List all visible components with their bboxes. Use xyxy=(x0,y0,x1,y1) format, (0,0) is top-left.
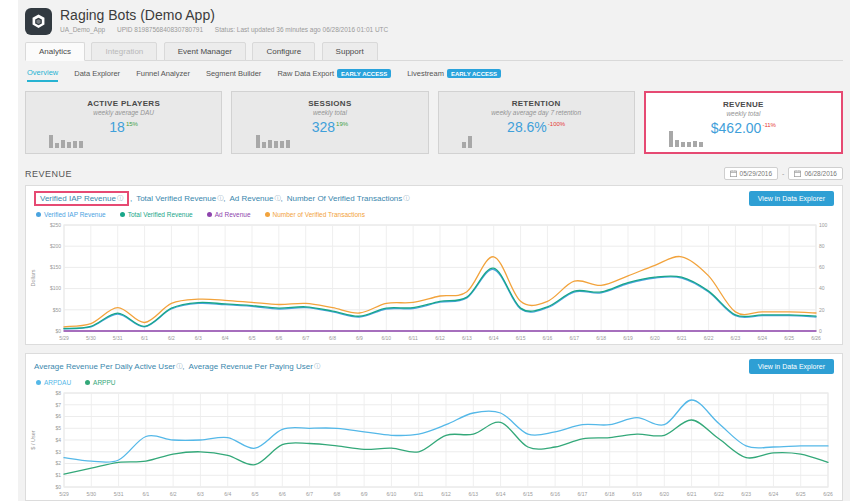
subnav-data-explorer[interactable]: Data Explorer xyxy=(74,69,120,81)
subnav-raw-data-export-label: Raw Data Export xyxy=(277,69,334,78)
svg-text:6/6: 6/6 xyxy=(275,335,282,341)
info-icon[interactable]: ⓘ xyxy=(314,362,320,371)
legend-arpdau[interactable]: ARPDAU xyxy=(36,379,71,386)
view-in-data-explorer-button[interactable]: View in Data Explorer xyxy=(749,191,834,206)
app-key: UA_Demo_App xyxy=(60,26,105,33)
arpu-line-chart: $0$1$2$3$4$5$6$7$85/295/305/316/16/26/36… xyxy=(26,388,842,500)
panel-title: Average Revenue Per Daily Active Userⓘ ,… xyxy=(34,362,320,371)
svg-text:6/20: 6/20 xyxy=(650,335,660,341)
card-revenue-selected[interactable]: REVENUE weekly total $462.00-11% xyxy=(644,91,843,154)
svg-text:6/7: 6/7 xyxy=(302,335,309,341)
svg-text:$1: $1 xyxy=(55,472,61,478)
svg-text:6/26: 6/26 xyxy=(811,335,821,341)
chart-legend: Verified IAP Revenue Total Verified Reve… xyxy=(26,210,842,220)
svg-text:$0: $0 xyxy=(55,328,61,334)
legend-label: Ad Revenue xyxy=(215,211,251,218)
svg-text:6/22: 6/22 xyxy=(714,491,724,497)
card-sparkbars xyxy=(256,135,290,148)
svg-text:6/4: 6/4 xyxy=(222,335,229,341)
card-value-number: 28.6% xyxy=(507,119,547,135)
svg-text:6/16: 6/16 xyxy=(550,491,560,497)
svg-text:6/17: 6/17 xyxy=(578,491,588,497)
svg-text:6/2: 6/2 xyxy=(170,491,177,497)
metric-link-arpdau[interactable]: Average Revenue Per Daily Active User xyxy=(34,362,175,371)
info-icon[interactable]: ⓘ xyxy=(403,194,409,203)
metric-link-verified-iap-revenue-selected[interactable]: Verified IAP Revenueⓘ xyxy=(34,191,129,206)
legend-label: Number of Verified Transactions xyxy=(273,211,366,218)
view-in-data-explorer-button[interactable]: View in Data Explorer xyxy=(749,359,834,374)
svg-text:6/22: 6/22 xyxy=(704,335,714,341)
date-range: 05/29/2016 - 06/28/2016 xyxy=(724,167,843,180)
svg-text:6/15: 6/15 xyxy=(516,335,526,341)
tab-analytics[interactable]: Analytics xyxy=(25,42,85,61)
svg-text:6/23: 6/23 xyxy=(741,491,751,497)
card-active-players[interactable]: ACTIVE PLAYERS weekly average DAU 1815% xyxy=(25,91,222,154)
card-subtitle: weekly average DAU xyxy=(26,109,221,116)
kpi-cards: ACTIVE PLAYERS weekly average DAU 1815% … xyxy=(25,91,843,154)
svg-text:20: 20 xyxy=(819,307,825,313)
legend-verified-transactions[interactable]: Number of Verified Transactions xyxy=(265,211,366,218)
metric-link-verified-transactions[interactable]: Number Of Verified Transactions xyxy=(287,194,403,203)
svg-text:6/6: 6/6 xyxy=(279,491,286,497)
svg-text:6/1: 6/1 xyxy=(141,335,148,341)
svg-text:6/25: 6/25 xyxy=(784,335,794,341)
subnav-livestream[interactable]: LivestreamEARLY ACCESS xyxy=(407,69,501,81)
panel-head: Average Revenue Per Daily Active Userⓘ ,… xyxy=(26,354,842,378)
tab-configure[interactable]: Configure xyxy=(252,42,315,61)
card-title: SESSIONS xyxy=(232,92,427,108)
title-separator: , xyxy=(182,362,184,371)
svg-text:40: 40 xyxy=(819,285,825,291)
card-sparkbars xyxy=(49,135,83,148)
legend-dot-icon xyxy=(36,212,41,217)
card-retention[interactable]: RETENTION weekly average day 7 retention… xyxy=(438,91,635,154)
left-sidebar-strip xyxy=(0,0,18,501)
subnav-segment-builder[interactable]: Segment Builder xyxy=(206,69,261,81)
legend-label: ARPPU xyxy=(93,379,115,386)
panel-head: Verified IAP Revenueⓘ , Total Verified R… xyxy=(26,186,842,210)
chart-legend: ARPDAU ARPPU xyxy=(26,378,842,388)
title-separator: , xyxy=(280,194,282,203)
tab-support[interactable]: Support xyxy=(322,42,378,61)
legend-ad-revenue[interactable]: Ad Revenue xyxy=(207,211,251,218)
arpu-chart-panel: Average Revenue Per Daily Active Userⓘ ,… xyxy=(25,353,843,501)
app-status: Status: Last updated 36 minutes ago 06/2… xyxy=(215,26,388,33)
metric-link-arppu[interactable]: Average Revenue Per Paying User xyxy=(189,362,313,371)
tab-event-manager[interactable]: Event Manager xyxy=(164,42,246,61)
date-from-value: 05/29/2016 xyxy=(740,170,773,177)
card-sparkbars xyxy=(669,131,703,147)
date-separator: - xyxy=(782,170,784,177)
svg-text:6/16: 6/16 xyxy=(543,335,553,341)
subnav-funnel-analyzer[interactable]: Funnel Analyzer xyxy=(136,69,190,81)
date-to-input[interactable]: 06/28/2016 xyxy=(788,167,843,180)
app-upid: UPID 8198756840830780791 xyxy=(117,26,203,33)
svg-text:6/25: 6/25 xyxy=(796,491,806,497)
card-delta: -11% xyxy=(762,122,776,128)
date-from-input[interactable]: 05/29/2016 xyxy=(724,167,779,180)
metric-link-ad-revenue[interactable]: Ad Revenue xyxy=(229,194,273,203)
metric-link-total-verified-revenue[interactable]: Total Verified Revenue xyxy=(136,194,216,203)
svg-text:$5: $5 xyxy=(55,425,61,431)
svg-text:6/9: 6/9 xyxy=(361,491,368,497)
legend-label: Total Verified Revenue xyxy=(128,211,193,218)
svg-text:Dollars: Dollars xyxy=(30,269,36,286)
svg-text:6/8: 6/8 xyxy=(329,335,336,341)
svg-text:5/30: 5/30 xyxy=(86,491,96,497)
metric-link-label: Verified IAP Revenue xyxy=(40,194,116,203)
svg-text:0: 0 xyxy=(819,328,822,334)
subnav-overview[interactable]: Overview xyxy=(27,68,58,82)
svg-text:$100: $100 xyxy=(50,285,61,291)
card-value-number: 18 xyxy=(109,119,125,135)
legend-verified-iap-revenue[interactable]: Verified IAP Revenue xyxy=(36,211,106,218)
legend-arppu[interactable]: ARPPU xyxy=(85,379,115,386)
legend-total-verified-revenue[interactable]: Total Verified Revenue xyxy=(120,211,193,218)
svg-text:$4: $4 xyxy=(55,437,61,443)
svg-text:6/19: 6/19 xyxy=(632,491,642,497)
card-sessions[interactable]: SESSIONS weekly total 32819% xyxy=(231,91,428,154)
info-icon[interactable]: ⓘ xyxy=(117,194,123,203)
subnav-raw-data-export[interactable]: Raw Data ExportEARLY ACCESS xyxy=(277,69,391,81)
card-title: REVENUE xyxy=(646,93,841,109)
tab-integration[interactable]: Integration xyxy=(91,42,157,61)
svg-text:6/21: 6/21 xyxy=(677,335,687,341)
analytics-subnav: Overview Data Explorer Funnel Analyzer S… xyxy=(25,61,843,88)
svg-text:5/29: 5/29 xyxy=(59,491,69,497)
